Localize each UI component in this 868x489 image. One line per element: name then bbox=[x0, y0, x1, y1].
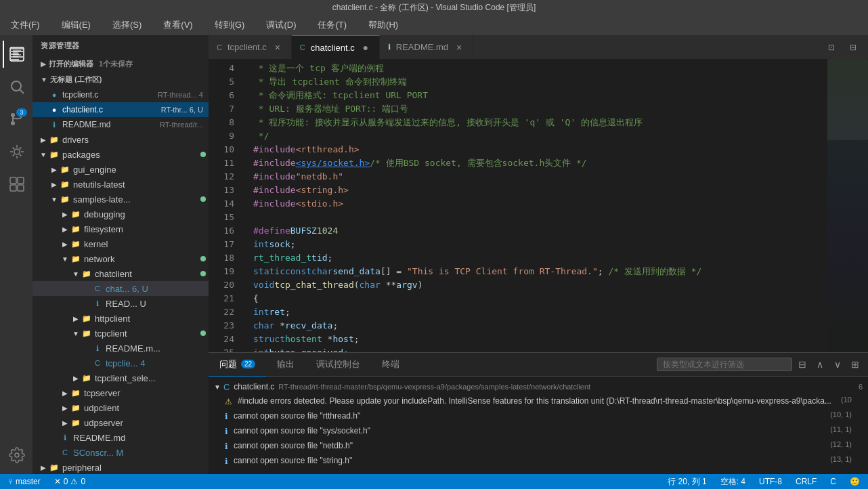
activity-icon-git[interactable]: 3 bbox=[3, 106, 30, 133]
workspace-section[interactable]: ▼ 无标题 (工作区) bbox=[32, 72, 209, 87]
open-editor-readme[interactable]: ℹ README.md RT-thread/r... bbox=[32, 117, 209, 132]
folder-icon: 📁 bbox=[81, 374, 92, 383]
svg-rect-11 bbox=[18, 185, 24, 191]
line-numbers: 4 5 6 7 8 9 10 11 12 13 14 15 16 17 18 1… bbox=[209, 59, 242, 352]
sidebar-tree: ● tcpclient.c RT-thread... 4 ● chatclien… bbox=[32, 87, 209, 474]
tree-item-packages[interactable]: ▼ 📁 packages bbox=[32, 147, 209, 162]
menu-edit[interactable]: 编辑(E) bbox=[56, 16, 96, 34]
tab-readme[interactable]: ℹ README.md × bbox=[380, 35, 473, 59]
status-encoding[interactable]: UTF-8 bbox=[756, 477, 785, 486]
tree-item-gui_engine[interactable]: ▶ 📁 gui_engine bbox=[32, 162, 209, 177]
status-eol[interactable]: CRLF bbox=[793, 477, 819, 486]
problem-item-4[interactable]: ℹ cannot open source file "netdb.h" (12,… bbox=[209, 439, 868, 454]
tab-close-readme[interactable]: × bbox=[454, 42, 464, 53]
tree-item-drivers[interactable]: ▶ 📁 drivers bbox=[32, 132, 209, 147]
tab-close-chatclient[interactable]: ● bbox=[360, 42, 371, 53]
open-editors-section[interactable]: ▶ 打开的编辑器 1个未保存 bbox=[32, 56, 209, 72]
panel-action-collapse[interactable]: ⊟ bbox=[795, 357, 810, 372]
split-editor-button[interactable]: ⊡ bbox=[822, 38, 841, 57]
activity-icon-debug[interactable] bbox=[3, 138, 30, 165]
menu-task[interactable]: 任务(T) bbox=[312, 16, 352, 34]
tab-icon-c: C bbox=[217, 43, 222, 51]
panel-action-close[interactable]: ⊞ bbox=[848, 357, 863, 372]
panel-tab-debug-console[interactable]: 调试控制台 bbox=[305, 353, 371, 377]
svg-rect-10 bbox=[10, 185, 16, 191]
warning-icon: ⚠ bbox=[70, 477, 78, 486]
folder-icon: 📁 bbox=[81, 314, 92, 323]
panel-action-up[interactable]: ∧ bbox=[812, 357, 827, 372]
code-editor[interactable]: * 这是一个 tcp 客户端的例程 * 导出 tcpclient 命令到控制终端… bbox=[242, 59, 827, 352]
tab-close-tcpclient[interactable]: × bbox=[272, 42, 283, 53]
problem-group-chatclient[interactable]: ▼ C chatclient.c RT-thread/rt-thread-mas… bbox=[209, 379, 868, 394]
activity-icon-extensions[interactable] bbox=[3, 171, 30, 198]
problem-item-1[interactable]: ⚠ #include errors detected. Please updat… bbox=[209, 394, 868, 409]
menu-file[interactable]: 文件(F) bbox=[5, 16, 45, 34]
problem-item-3[interactable]: ℹ cannot open source file "sys/socket.h"… bbox=[209, 424, 868, 439]
tab-chatclient[interactable]: C chatclient.c ● bbox=[292, 35, 380, 59]
tree-item-read-info[interactable]: ℹ READ... U bbox=[32, 296, 209, 311]
tab-tcpclient[interactable]: C tcpclient.c × bbox=[209, 35, 292, 59]
folder-icon: 📁 bbox=[81, 270, 92, 278]
tree-item-filesystem[interactable]: ▶ 📁 filesystem bbox=[32, 221, 209, 236]
panel-actions: ⊟ ∧ ∨ ⊞ bbox=[651, 357, 868, 372]
menu-debug[interactable]: 调试(D) bbox=[261, 16, 301, 34]
open-editor-chatclient-label: chatclient.c bbox=[62, 105, 161, 114]
toggle-panel-button[interactable]: ⊟ bbox=[844, 38, 863, 57]
folder-icon: 📁 bbox=[70, 404, 81, 412]
branch-icon: ⑂ bbox=[8, 477, 13, 486]
status-branch[interactable]: ⑂ master bbox=[5, 477, 43, 486]
problem-item-2[interactable]: ℹ cannot open source file "rtthread.h" (… bbox=[209, 409, 868, 424]
tab-icon-c-active: C bbox=[300, 43, 305, 51]
info-icon: ℹ bbox=[225, 412, 228, 421]
menu-goto[interactable]: 转到(G) bbox=[209, 16, 251, 34]
tree-item-udpclient[interactable]: ▶ 📁 udpclient bbox=[32, 400, 209, 415]
status-language[interactable]: C bbox=[827, 477, 839, 486]
status-feedback[interactable]: 🙂 bbox=[847, 477, 863, 486]
status-spaces[interactable]: 空格: 4 bbox=[718, 476, 748, 488]
info-icon: ℹ bbox=[225, 456, 228, 466]
warning-icon: ⚠ bbox=[225, 397, 232, 406]
panel-tab-problems[interactable]: 问题 22 bbox=[209, 353, 266, 377]
activity-icon-settings[interactable] bbox=[3, 442, 30, 469]
tree-item-readme-pkg[interactable]: ℹ README.md bbox=[32, 430, 209, 445]
open-editor-chatclient[interactable]: ● chatclient.c RT-thr... 6, U bbox=[32, 102, 209, 117]
panel-tab-output[interactable]: 输出 bbox=[266, 353, 305, 377]
info-icon: ℹ bbox=[225, 442, 228, 451]
tree-item-chatclient[interactable]: ▼ 📁 chatclient bbox=[32, 266, 209, 281]
tree-item-kernel[interactable]: ▶ 📁 kernel bbox=[32, 236, 209, 251]
tree-item-udpserver[interactable]: ▶ 📁 udpserver bbox=[32, 415, 209, 430]
file-icon-c: C bbox=[223, 382, 230, 392]
file-icon-info: ℹ bbox=[60, 433, 70, 442]
tree-item-chat-c[interactable]: C chat... 6, U bbox=[32, 281, 209, 296]
filter-input[interactable] bbox=[657, 358, 792, 371]
file-icon-info: ℹ bbox=[92, 299, 103, 308]
folder-icon: 📁 bbox=[70, 210, 81, 219]
tree-item-tcpserver[interactable]: ▶ 📁 tcpserver bbox=[32, 385, 209, 400]
svg-point-12 bbox=[15, 453, 19, 457]
tree-item-tcpclient[interactable]: ▼ 📁 tcpclient bbox=[32, 326, 209, 341]
problem-item-5[interactable]: ℹ cannot open source file "string.h" (13… bbox=[209, 454, 868, 469]
panel-tab-terminal[interactable]: 终端 bbox=[371, 353, 410, 377]
open-editor-tcpclient[interactable]: ● tcpclient.c RT-thread... 4 bbox=[32, 87, 209, 102]
activity-icon-search[interactable] bbox=[3, 73, 30, 100]
menu-help[interactable]: 帮助(H) bbox=[363, 16, 404, 34]
tree-item-httpclient[interactable]: ▶ 📁 httpclient bbox=[32, 311, 209, 326]
tree-item-tcpclient-sele[interactable]: ▶ 📁 tcpclient_sele... bbox=[32, 370, 209, 385]
info-icon: ℹ bbox=[225, 427, 228, 436]
panel-action-down[interactable]: ∨ bbox=[830, 357, 845, 372]
tree-item-peripheral[interactable]: ▶ 📁 peripheral bbox=[32, 460, 209, 474]
activity-icon-explorer[interactable] bbox=[3, 41, 30, 68]
menu-view[interactable]: 查看(V) bbox=[158, 16, 198, 34]
menu-select[interactable]: 选择(S) bbox=[107, 16, 147, 34]
tree-item-samples[interactable]: ▼ 📁 samples-late... bbox=[32, 192, 209, 207]
tree-item-debugging[interactable]: ▶ 📁 debugging bbox=[32, 207, 209, 221]
status-errors[interactable]: ✕ 0 ⚠ 0 bbox=[51, 477, 88, 486]
tree-item-netutils[interactable]: ▶ 📁 netutils-latest bbox=[32, 177, 209, 192]
status-cursor[interactable]: 行 20, 列 1 bbox=[665, 476, 709, 488]
tree-item-network[interactable]: ▼ 📁 network bbox=[32, 251, 209, 266]
file-icon-c: C bbox=[92, 359, 103, 367]
tree-item-sconscr[interactable]: C SConscr... M bbox=[32, 445, 209, 460]
tree-item-readme-md[interactable]: ℹ README.m... bbox=[32, 341, 209, 356]
folder-icon: 📁 bbox=[60, 180, 70, 189]
tree-item-tcpclie-c[interactable]: C tcpclie... 4 bbox=[32, 356, 209, 370]
